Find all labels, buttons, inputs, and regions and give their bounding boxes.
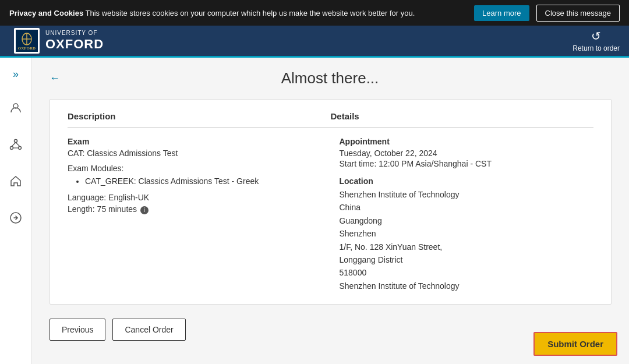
return-to-order-button[interactable]: ↺ Return to order bbox=[573, 29, 620, 52]
order-card: Description Details Exam CAT: Classics A… bbox=[50, 99, 612, 305]
learn-more-button[interactable]: Learn more bbox=[474, 5, 529, 21]
location-lines: Shenzhen Institute of Technology China G… bbox=[340, 188, 594, 292]
return-to-order-label: Return to order bbox=[573, 44, 620, 52]
sidebar-icon-network[interactable] bbox=[5, 133, 27, 158]
main-layout: » bbox=[0, 58, 629, 364]
cancel-order-button[interactable]: Cancel Order bbox=[112, 319, 185, 341]
location-line-4: Shenzhen bbox=[340, 227, 594, 240]
col-description-header: Description bbox=[68, 111, 331, 121]
page-title: Almost there... bbox=[66, 69, 594, 87]
appointment-date: Tuesday, October 22, 2024 bbox=[340, 149, 594, 158]
col-details-header: Details bbox=[331, 111, 594, 121]
sidebar: » bbox=[0, 58, 32, 364]
cookie-banner-normal: This website stores cookies on your comp… bbox=[86, 9, 415, 17]
content-area: ← Almost there... Description Details Ex… bbox=[32, 58, 629, 364]
exam-label: Exam bbox=[68, 137, 322, 146]
location-line-2: China bbox=[340, 201, 594, 214]
details-column: Appointment Tuesday, October 22, 2024 St… bbox=[334, 137, 594, 292]
oxford-shield-icon: OXFORD bbox=[14, 28, 40, 54]
back-arrow-button[interactable]: ← bbox=[50, 72, 60, 84]
bottom-actions: Previous Cancel Order bbox=[50, 319, 612, 341]
order-card-header: Description Details bbox=[68, 111, 593, 128]
oxford-logo: OXFORD UNIVERSITY OF OXFORD bbox=[9, 26, 108, 56]
svg-point-7 bbox=[10, 147, 13, 150]
exam-name: CAT: Classics Admissions Test bbox=[68, 149, 322, 158]
cookie-banner-text: Privacy and Cookies This website stores … bbox=[9, 9, 467, 17]
header: OXFORD UNIVERSITY OF OXFORD ↺ Return to … bbox=[0, 26, 629, 58]
cookie-banner-bold: Privacy and Cookies bbox=[9, 9, 83, 17]
close-message-button[interactable]: Close this message bbox=[536, 5, 620, 22]
exam-modules-list: CAT_GREEK: Classics Admissions Test - Gr… bbox=[85, 176, 322, 186]
previous-button[interactable]: Previous bbox=[50, 319, 105, 341]
order-card-body: Exam CAT: Classics Admissions Test Exam … bbox=[68, 137, 593, 292]
return-icon: ↺ bbox=[591, 29, 601, 43]
exam-module-item: CAT_GREEK: Classics Admissions Test - Gr… bbox=[85, 176, 322, 186]
sidebar-icon-arrow[interactable] bbox=[5, 207, 27, 232]
location-line-6: Longgang District bbox=[340, 253, 594, 266]
svg-text:OXFORD: OXFORD bbox=[18, 46, 36, 51]
location-line-5: 1/F, No. 128 XinYuan Street, bbox=[340, 241, 594, 253]
submit-order-container: Submit Order bbox=[533, 332, 617, 356]
cookie-banner: Privacy and Cookies This website stores … bbox=[0, 0, 629, 26]
university-of-label: UNIVERSITY OF bbox=[45, 30, 104, 37]
location-label: Location bbox=[340, 176, 594, 186]
exam-language: Language: English-UK bbox=[68, 193, 322, 202]
location-line-1: Shenzhen Institute of Technology bbox=[340, 188, 594, 201]
submit-order-button[interactable]: Submit Order bbox=[533, 332, 617, 356]
location-line-8: Shenzhen Institute of Technology bbox=[340, 280, 594, 292]
location-line-7: 518000 bbox=[340, 266, 594, 279]
location-line-3: Guangdong bbox=[340, 214, 594, 227]
appointment-time: Start time: 12:00 PM Asia/Shanghai - CST bbox=[340, 159, 594, 168]
oxford-text: UNIVERSITY OF OXFORD bbox=[45, 30, 104, 52]
svg-line-9 bbox=[12, 143, 16, 147]
length-info-icon[interactable]: i bbox=[140, 206, 149, 214]
description-column: Exam CAT: Classics Admissions Test Exam … bbox=[68, 137, 334, 292]
svg-point-8 bbox=[19, 147, 22, 150]
oxford-label: OXFORD bbox=[45, 37, 104, 52]
sidebar-icon-home[interactable] bbox=[5, 170, 27, 195]
page-header: ← Almost there... bbox=[50, 69, 612, 87]
appointment-label: Appointment bbox=[340, 137, 594, 146]
exam-length: Length: 75 minutes i bbox=[68, 204, 322, 214]
sidebar-icon-user[interactable] bbox=[5, 97, 27, 122]
svg-line-10 bbox=[16, 143, 20, 147]
exam-modules-label: Exam Modules: bbox=[68, 164, 322, 173]
svg-point-6 bbox=[15, 140, 17, 143]
sidebar-expand-button[interactable]: » bbox=[8, 63, 23, 85]
